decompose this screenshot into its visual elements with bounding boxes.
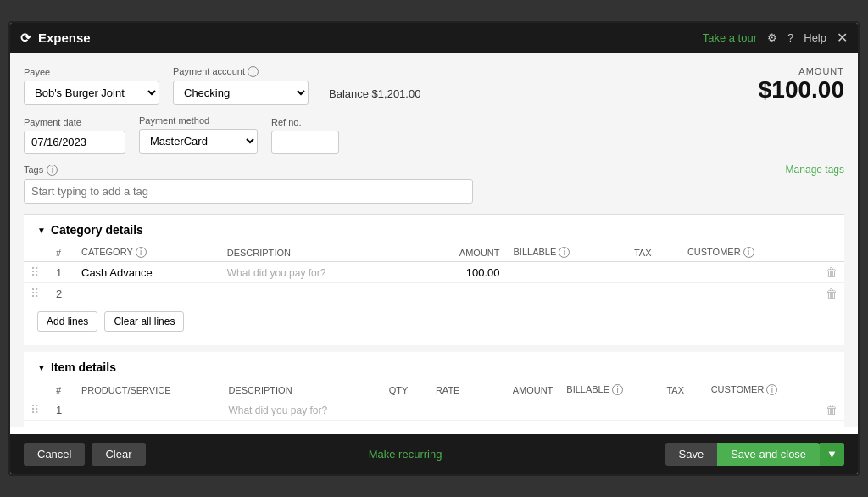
payment-method-select[interactable]: MasterCard bbox=[139, 129, 258, 154]
payment-account-select[interactable]: Checking bbox=[173, 81, 309, 105]
item-row1-billable bbox=[559, 399, 659, 421]
item-details-section: ▼ Item details # PRODUCT/SERVICE DESCRIP… bbox=[24, 352, 844, 427]
cat-row2-num: 2 bbox=[49, 283, 75, 304]
amount-label: AMOUNT bbox=[759, 66, 844, 76]
item-table-header: # PRODUCT/SERVICE DESCRIPTION QTY RATE A… bbox=[24, 381, 844, 399]
cat-row2-delete-icon[interactable]: 🗑 bbox=[826, 287, 837, 300]
category-table: # CATEGORY i DESCRIPTION AMOUNT BILLABLE… bbox=[24, 243, 844, 304]
item-customer-info-icon[interactable]: i bbox=[766, 384, 777, 395]
item-row1-product bbox=[75, 399, 221, 421]
tags-header: Tags i Manage tags bbox=[24, 164, 844, 176]
cat-col-category: CATEGORY i bbox=[75, 243, 220, 262]
payment-date-group: Payment date bbox=[24, 117, 125, 154]
category-title-text: Category details bbox=[51, 223, 143, 237]
bottom-bar-right: Save Save and close ▼ bbox=[665, 443, 844, 466]
cat-col-billable: BILLABLE i bbox=[507, 243, 627, 262]
table-row: ⠿ 2 🗑 bbox=[24, 283, 844, 304]
cat-col-customer: CUSTOMER i bbox=[681, 243, 819, 262]
manage-tags-link[interactable]: Manage tags bbox=[786, 164, 844, 176]
cat-row1-category: Cash Advance bbox=[75, 262, 220, 283]
help-label[interactable]: Help bbox=[804, 31, 826, 44]
cat-row1-amount: 100.00 bbox=[414, 262, 507, 283]
add-lines-button[interactable]: Add lines bbox=[37, 311, 97, 332]
payee-label: Payee bbox=[24, 67, 159, 77]
add-lines-row: Add lines Clear all lines bbox=[24, 304, 844, 338]
cat-row1-num: 1 bbox=[49, 262, 75, 283]
cat-row2-amount bbox=[414, 283, 507, 304]
save-and-close-button[interactable]: Save and close bbox=[717, 443, 820, 466]
bottom-bar-left: Cancel Clear bbox=[24, 443, 146, 466]
expense-window: ⟳ Expense Take a tour ⚙ ? Help ✕ Payee B… bbox=[8, 21, 860, 476]
item-col-description: DESCRIPTION bbox=[221, 381, 381, 399]
clear-button[interactable]: Clear bbox=[92, 443, 145, 466]
payee-select[interactable]: Bob's Burger Joint bbox=[24, 81, 159, 105]
amount-box: AMOUNT $100.00 bbox=[759, 66, 844, 103]
bottom-bar: Cancel Clear Make recurring Save Save an… bbox=[10, 434, 858, 474]
tags-input[interactable] bbox=[24, 179, 473, 204]
payment-account-info-icon[interactable]: i bbox=[248, 66, 259, 77]
help-icon[interactable]: ? bbox=[787, 31, 793, 44]
item-row1-rate bbox=[429, 399, 483, 421]
make-recurring-link[interactable]: Make recurring bbox=[369, 448, 442, 461]
drag-handle[interactable]: ⠿ bbox=[31, 403, 39, 416]
item-details-title[interactable]: ▼ Item details bbox=[24, 352, 844, 381]
cat-row1-tax bbox=[627, 262, 681, 283]
main-content: Payee Bob's Burger Joint Payment account… bbox=[10, 53, 858, 427]
item-col-qty: QTY bbox=[382, 381, 429, 399]
tags-section: Tags i Manage tags bbox=[24, 164, 844, 204]
category-details-title[interactable]: ▼ Category details bbox=[24, 215, 844, 243]
item-col-amount: AMOUNT bbox=[482, 381, 559, 399]
item-row1-num: 1 bbox=[49, 399, 75, 421]
tags-label: Tags i bbox=[24, 165, 58, 176]
category-info-icon[interactable]: i bbox=[136, 247, 147, 258]
clear-all-lines-button[interactable]: Clear all lines bbox=[104, 311, 184, 332]
close-button[interactable]: ✕ bbox=[837, 30, 848, 46]
payment-account-group: Payment account i Checking bbox=[173, 66, 309, 105]
cat-row2-category bbox=[75, 283, 220, 304]
item-arrow-icon: ▼ bbox=[37, 363, 46, 372]
cat-row1-customer bbox=[681, 262, 819, 283]
billable-info-icon[interactable]: i bbox=[559, 247, 570, 258]
tags-info-icon[interactable]: i bbox=[47, 165, 58, 176]
item-table: # PRODUCT/SERVICE DESCRIPTION QTY RATE A… bbox=[24, 381, 844, 421]
item-col-rate: RATE bbox=[429, 381, 483, 399]
item-row1-delete-icon[interactable]: 🗑 bbox=[826, 403, 837, 416]
item-col-tax: TAX bbox=[659, 381, 704, 399]
save-close-dropdown-arrow[interactable]: ▼ bbox=[820, 443, 844, 466]
amount-row: Payee Bob's Burger Joint Payment account… bbox=[24, 66, 844, 105]
cat-row1-billable bbox=[507, 262, 627, 283]
item-row1-amount bbox=[482, 399, 559, 421]
cat-row1-desc-placeholder: What did you pay for? bbox=[227, 267, 326, 279]
customer-info-icon[interactable]: i bbox=[743, 247, 754, 258]
item-row1-tax bbox=[659, 399, 704, 421]
second-row: Payment date Payment method MasterCard R… bbox=[24, 115, 844, 154]
payee-group: Payee Bob's Burger Joint bbox=[24, 67, 159, 105]
ref-label: Ref no. bbox=[271, 117, 339, 127]
cancel-button[interactable]: Cancel bbox=[24, 443, 85, 466]
item-col-product: PRODUCT/SERVICE bbox=[75, 381, 221, 399]
table-row: ⠿ 1 What did you pay for? 🗑 bbox=[24, 399, 844, 421]
payment-account-label: Payment account i bbox=[173, 66, 309, 77]
gear-icon[interactable]: ⚙ bbox=[767, 31, 777, 44]
drag-handle[interactable]: ⠿ bbox=[31, 265, 39, 279]
cat-row1-delete-icon[interactable]: 🗑 bbox=[826, 265, 837, 279]
title-bar-right: Take a tour ⚙ ? Help ✕ bbox=[703, 30, 848, 46]
payment-date-input[interactable] bbox=[24, 131, 125, 154]
save-button[interactable]: Save bbox=[665, 443, 718, 466]
drag-handle[interactable]: ⠿ bbox=[31, 287, 39, 300]
item-col-billable: BILLABLE i bbox=[559, 381, 659, 399]
item-col-customer: CUSTOMER i bbox=[704, 381, 819, 399]
item-billable-info-icon[interactable]: i bbox=[612, 384, 623, 395]
item-title-text: Item details bbox=[51, 360, 116, 374]
title-bar-left: ⟳ Expense bbox=[20, 31, 91, 46]
cat-col-tax: TAX bbox=[627, 243, 681, 262]
item-row1-desc-placeholder: What did you pay for? bbox=[228, 405, 327, 416]
cat-row2-tax bbox=[627, 283, 681, 304]
tour-link[interactable]: Take a tour bbox=[703, 31, 757, 44]
ref-input[interactable] bbox=[271, 131, 339, 154]
window-title: Expense bbox=[38, 31, 91, 45]
amount-value: $100.00 bbox=[759, 76, 844, 103]
payment-method-label: Payment method bbox=[139, 115, 258, 126]
cat-row2-customer bbox=[681, 283, 819, 304]
top-fields-row: Payee Bob's Burger Joint Payment account… bbox=[24, 66, 420, 105]
